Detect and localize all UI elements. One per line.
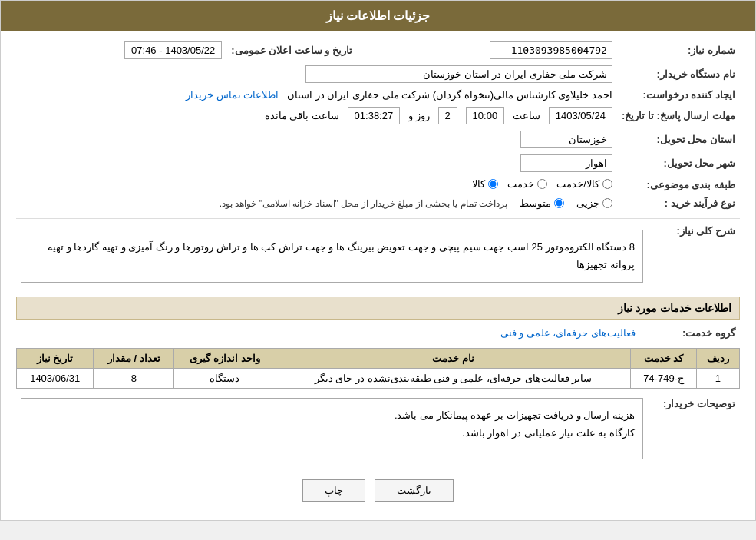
farayand-note: پرداخت تمام یا بخشی از مبلغ خریدار از مح… [220,198,507,209]
ostan-field: خوزستان [520,131,612,148]
tabaqe-khedmat: خدمت [507,178,547,190]
group-khadamat-label: گروه خدمت: [640,324,740,342]
col-tedad: تعداد / مقدار [94,348,174,368]
tabaqe-kala-khedmat-label: کالا/خدمت [556,178,599,190]
tarikh-value: 1403/05/22 - 07:46 [16,38,226,62]
main-info-table: شماره نیاز: 1103093985004792 تاریخ و ساع… [16,38,740,212]
content-area: شماره نیاز: 1103093985004792 تاریخ و ساع… [1,31,755,520]
row-tousifat: توصیحات خریدار: هزینه ارسال و دریافت تجه… [16,395,740,462]
sharh-box: 8 دستگاه الکتروموتور 25 اسب جهت سیم پیچی… [21,230,643,283]
row-mhlat: مهلت ارسال پاسخ: تا تاریخ: 1403/05/24 سا… [16,104,740,128]
col-radif: ردیف [696,348,739,368]
bottom-buttons: بازگشت چاپ [16,469,740,512]
mhlat-rooz: 2 [438,107,457,124]
back-button[interactable]: بازگشت [375,479,454,502]
print-button[interactable]: چاپ [302,479,365,502]
services-header-row: ردیف کد خدمت نام خدمت واحد اندازه گیری ت… [17,348,740,368]
noFarayand-value: جزیی متوسط پرداخت تمام یا بخشی از مبلغ خ… [16,194,617,212]
sharh-label: شرح کلی نیاز: [648,222,740,290]
tabaqe-khedmat-label: خدمت [507,178,534,190]
mhlat-saat: 10:00 [466,107,505,124]
cell-tarikh: 1403/06/31 [17,368,94,388]
creator-link[interactable]: اطلاعات تماس خریدار [186,89,279,101]
shomareNiaz-label: شماره نیاز: [617,38,740,62]
col-vahed: واحد اندازه گیری [174,348,276,368]
row-noFarayand: نوع فرآیند خرید : جزیی متوسط پرداخت تمام… [16,194,740,212]
page-wrapper: جزئیات اطلاعات نیاز شماره نیاز: 11030939… [0,0,756,521]
creator-text: احمد خلیلاوی کارشناس مالی(تنخواه گردان) … [287,89,612,101]
namDastgah-label: نام دستگاه خریدار: [617,62,740,86]
tabaqe-kala-khedmat-radio[interactable] [602,179,612,189]
sharh-value: 8 دستگاه الکتروموتور 25 اسب جهت سیم پیچی… [16,222,648,290]
tousifat-value: هزینه ارسال و دریافت تجهیزات بر عهده پیم… [16,395,648,462]
mhlat-label: مهلت ارسال پاسخ: تا تاریخ: [617,104,740,128]
tabaqe-label: طبقه بندی موضوعی: [617,175,740,194]
shomareNiaz-field: 1103093985004792 [490,41,612,59]
noFarayand-label: نوع فرآیند خرید : [617,194,740,212]
separator1 [16,218,740,219]
tousifat-line1: هزینه ارسال و دریافت تجهیزات بر عهده پیم… [29,406,635,424]
shahr-field: اهواز [520,154,612,172]
namDastgah-value: شرکت ملی حفاری ایران در استان خوزستان [16,62,617,86]
row-shomareNiaz: شماره نیاز: 1103093985004792 تاریخ و ساع… [16,38,740,62]
row-group-khadamat: گروه خدمت: فعالیت‌های حرفه‌ای، علمی و فن… [16,324,740,342]
col-nam: نام خدمت [276,348,631,368]
group-khadamat-link[interactable]: فعالیت‌های حرفه‌ای، علمی و فنی [500,327,636,339]
cell-vahed: دستگاه [174,368,276,388]
cell-kod: ج-749-74 [631,368,696,388]
row-sharh: شرح کلی نیاز: 8 دستگاه الکتروموتور 25 اس… [16,222,740,290]
mhlat-saat-label: ساعت [513,110,540,121]
services-thead: ردیف کد خدمت نام خدمت واحد اندازه گیری ت… [17,348,740,368]
row-shahr: شهر محل تحویل: اهواز [16,151,740,175]
mhlat-baqi-label: ساعت باقی مانده [265,110,339,121]
farayand-motavaset: متوسط [520,197,564,209]
group-khadamat-table: گروه خدمت: فعالیت‌های حرفه‌ای، علمی و فن… [16,324,740,342]
table-row: 1 ج-749-74 سایر فعالیت‌های حرفه‌ای، علمی… [17,368,740,388]
tabaqe-value: کالا/خدمت خدمت کالا [16,175,617,194]
farayand-jozi: جزیی [576,197,612,209]
khadamat-section-title: اطلاعات خدمات مورد نیاز [16,297,740,320]
services-table: ردیف کد خدمت نام خدمت واحد اندازه گیری ت… [16,348,740,389]
row-ostan: استان محل تحویل: خوزستان [16,128,740,151]
tabaqe-kala-label: کالا [472,178,485,190]
row-namDastgah: نام دستگاه خریدار: شرکت ملی حفاری ایران … [16,62,740,86]
mhlat-date: 1403/05/24 [549,107,612,124]
farayand-motavaset-label: متوسط [520,197,551,209]
no-farayand-row: جزیی متوسط پرداخت تمام یا بخشی از مبلغ خ… [21,197,612,209]
shomareNiaz-value: 1103093985004792 [357,38,617,62]
tabaqe-kala-radio[interactable] [488,179,498,189]
tarikh-field: 1403/05/22 - 07:46 [124,41,222,59]
farayand-motavaset-radio[interactable] [554,198,564,208]
farayand-jozi-label: جزیی [576,197,599,209]
tousifat-table: توصیحات خریدار: هزینه ارسال و دریافت تجه… [16,395,740,462]
sharh-table: شرح کلی نیاز: 8 دستگاه الکتروموتور 25 اس… [16,222,740,290]
creator-label: ایجاد کننده درخواست: [617,86,740,104]
tousifat-box: هزینه ارسال و دریافت تجهیزات بر عهده پیم… [21,398,643,459]
cell-nam: سایر فعالیت‌های حرفه‌ای، علمی و فنی طبقه… [276,368,631,388]
shahr-value: اهواز [16,151,617,175]
tabaqe-kala-khedmat: کالا/خدمت [556,178,612,190]
tabaqe-khedmat-radio[interactable] [537,179,547,189]
cell-tedad: 8 [94,368,174,388]
mhlat-rooz-label: روز و [408,110,430,121]
tarikh-label: تاریخ و ساعت اعلان عمومی: [226,38,357,62]
tabaqe-radio-group: کالا/خدمت خدمت کالا [472,178,612,190]
creator-value: احمد خلیلاوی کارشناس مالی(تنخواه گردان) … [16,86,617,104]
row-creator: ایجاد کننده درخواست: احمد خلیلاوی کارشنا… [16,86,740,104]
tousifat-label: توصیحات خریدار: [648,395,740,462]
services-tbody: 1 ج-749-74 سایر فعالیت‌های حرفه‌ای، علمی… [17,368,740,388]
col-tarikh: تاریخ نیاز [17,348,94,368]
page-title: جزئیات اطلاعات نیاز [326,9,431,22]
tousifat-line2: کارگاه به علت نیاز عملیاتی در اهواز باشد… [29,424,635,442]
tabaqe-kala: کالا [472,178,498,190]
cell-radif: 1 [696,368,739,388]
mhlat-value: 1403/05/24 ساعت 10:00 2 روز و 01:38:27 س… [16,104,617,128]
ostan-value: خوزستان [16,128,617,151]
ostan-label: استان محل تحویل: [617,128,740,151]
row-tabaqe: طبقه بندی موضوعی: کالا/خدمت خدمت [16,175,740,194]
page-header: جزئیات اطلاعات نیاز [1,1,755,31]
group-khadamat-value: فعالیت‌های حرفه‌ای، علمی و فنی [16,324,640,342]
shahr-label: شهر محل تحویل: [617,151,740,175]
farayand-jozi-radio[interactable] [602,198,612,208]
namDastgah-field: شرکت ملی حفاری ایران در استان خوزستان [305,65,612,83]
